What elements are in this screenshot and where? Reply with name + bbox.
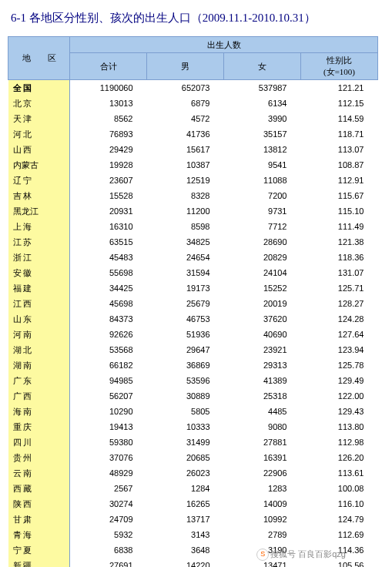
cell-ratio: 127.64 bbox=[301, 327, 378, 342]
cell-male: 41736 bbox=[147, 126, 224, 142]
table-row: 浙 江454832465420829118.36 bbox=[8, 250, 378, 265]
cell-total: 2567 bbox=[70, 481, 147, 496]
cell-total: 48929 bbox=[70, 465, 147, 481]
cell-male: 26023 bbox=[147, 465, 224, 481]
cell-total: 56207 bbox=[70, 388, 147, 404]
cell-female: 25318 bbox=[224, 388, 301, 404]
header-ratio: 性别比 (女=100) bbox=[301, 53, 378, 80]
table-row: 山 西294291561713812113.07 bbox=[8, 142, 378, 157]
cell-male: 8598 bbox=[147, 219, 224, 234]
cell-male: 4572 bbox=[147, 111, 224, 126]
cell-female: 11088 bbox=[224, 173, 301, 188]
header-total: 合计 bbox=[70, 53, 147, 80]
cell-female: 23921 bbox=[224, 342, 301, 357]
cell-total: 45483 bbox=[70, 250, 147, 265]
cell-ratio: 124.28 bbox=[301, 311, 378, 327]
cell-male: 30889 bbox=[147, 388, 224, 404]
cell-female: 20019 bbox=[224, 296, 301, 311]
cell-male: 15617 bbox=[147, 142, 224, 157]
table-body: 全 国1190060652073537987121.21北 京130136879… bbox=[8, 80, 378, 568]
cell-ratio: 111.49 bbox=[301, 219, 378, 234]
table-row: 广 西562073088925318122.00 bbox=[8, 388, 378, 404]
cell-region: 宁 夏 bbox=[8, 542, 70, 558]
cell-male: 3648 bbox=[147, 542, 224, 558]
cell-female: 41389 bbox=[224, 373, 301, 388]
cell-ratio: 125.71 bbox=[301, 280, 378, 296]
cell-ratio: 128.27 bbox=[301, 296, 378, 311]
cell-region: 云 南 bbox=[8, 465, 70, 481]
cell-female: 4485 bbox=[224, 404, 301, 419]
cell-female: 9080 bbox=[224, 419, 301, 434]
table-row: 山 东843734675337620124.28 bbox=[8, 311, 378, 327]
table-row: 陕 西302741626514009116.10 bbox=[8, 496, 378, 512]
table-row: 吉 林1552883287200115.67 bbox=[8, 188, 378, 203]
cell-ratio: 113.80 bbox=[301, 419, 378, 434]
table-row: 广 东949855359641389129.49 bbox=[8, 373, 378, 388]
cell-ratio: 129.49 bbox=[301, 373, 378, 388]
cell-region: 黑龙江 bbox=[8, 203, 70, 219]
cell-female: 9541 bbox=[224, 157, 301, 173]
cell-region: 安 徽 bbox=[8, 265, 70, 280]
header-female: 女 bbox=[224, 53, 301, 80]
cell-region: 湖 南 bbox=[8, 357, 70, 373]
cell-region: 山 西 bbox=[8, 142, 70, 157]
table-row: 河 北768934173635157118.71 bbox=[8, 126, 378, 142]
cell-male: 10387 bbox=[147, 157, 224, 173]
cell-female: 24104 bbox=[224, 265, 301, 280]
table-row: 湖 北535682964723921123.94 bbox=[8, 342, 378, 357]
cell-region: 浙 江 bbox=[8, 250, 70, 265]
cell-ratio: 108.87 bbox=[301, 157, 378, 173]
cell-total: 34425 bbox=[70, 280, 147, 296]
cell-male: 24654 bbox=[147, 250, 224, 265]
cell-ratio: 115.67 bbox=[301, 188, 378, 203]
cell-male: 19173 bbox=[147, 280, 224, 296]
cell-male: 36869 bbox=[147, 357, 224, 373]
cell-total: 24709 bbox=[70, 512, 147, 527]
cell-region: 新 疆 bbox=[8, 558, 70, 567]
cell-ratio: 113.07 bbox=[301, 142, 378, 157]
cell-ratio: 118.71 bbox=[301, 126, 378, 142]
cell-ratio: 112.98 bbox=[301, 434, 378, 450]
cell-ratio: 126.20 bbox=[301, 450, 378, 465]
cell-total: 10290 bbox=[70, 404, 147, 419]
table-row: 福 建344251917315252125.71 bbox=[8, 280, 378, 296]
header-region: 地 区 bbox=[8, 37, 70, 80]
cell-total: 29429 bbox=[70, 142, 147, 157]
table-header: 地 区 出生人数 合计 男 女 性别比 (女=100) bbox=[8, 37, 378, 80]
cell-total: 15528 bbox=[70, 188, 147, 203]
cell-male: 14220 bbox=[147, 558, 224, 567]
cell-region: 河 南 bbox=[8, 327, 70, 342]
cell-total: 37076 bbox=[70, 450, 147, 465]
cell-region: 贵 州 bbox=[8, 450, 70, 465]
cell-ratio: 116.10 bbox=[301, 496, 378, 512]
cell-female: 13471 bbox=[224, 558, 301, 567]
cell-male: 11200 bbox=[147, 203, 224, 219]
cell-total: 6838 bbox=[70, 542, 147, 558]
cell-total: 5932 bbox=[70, 527, 147, 542]
cell-female: 14009 bbox=[224, 496, 301, 512]
cell-total: 27691 bbox=[70, 558, 147, 567]
table-row: 青 海593231432789112.69 bbox=[8, 527, 378, 542]
cell-female: 28690 bbox=[224, 234, 301, 250]
cell-ratio: 115.10 bbox=[301, 203, 378, 219]
table-row: 北 京1301368796134112.15 bbox=[8, 96, 378, 111]
cell-total: 1190060 bbox=[70, 80, 147, 96]
cell-region: 辽 宁 bbox=[8, 173, 70, 188]
cell-female: 10992 bbox=[224, 512, 301, 527]
table-row: 湖 南661823686929313125.78 bbox=[8, 357, 378, 373]
cell-ratio: 114.36 bbox=[301, 542, 378, 558]
cell-female: 3990 bbox=[224, 111, 301, 126]
cell-region: 广 西 bbox=[8, 388, 70, 404]
cell-region: 天 津 bbox=[8, 111, 70, 126]
cell-ratio: 125.78 bbox=[301, 357, 378, 373]
table-row: 天 津856245723990114.59 bbox=[8, 111, 378, 126]
cell-male: 8328 bbox=[147, 188, 224, 203]
cell-region: 广 东 bbox=[8, 373, 70, 388]
table-row: 黑龙江20931112009731115.10 bbox=[8, 203, 378, 219]
cell-total: 19928 bbox=[70, 157, 147, 173]
cell-male: 20685 bbox=[147, 450, 224, 465]
cell-ratio: 112.69 bbox=[301, 527, 378, 542]
cell-total: 84373 bbox=[70, 311, 147, 327]
cell-total: 63515 bbox=[70, 234, 147, 250]
cell-total: 8562 bbox=[70, 111, 147, 126]
